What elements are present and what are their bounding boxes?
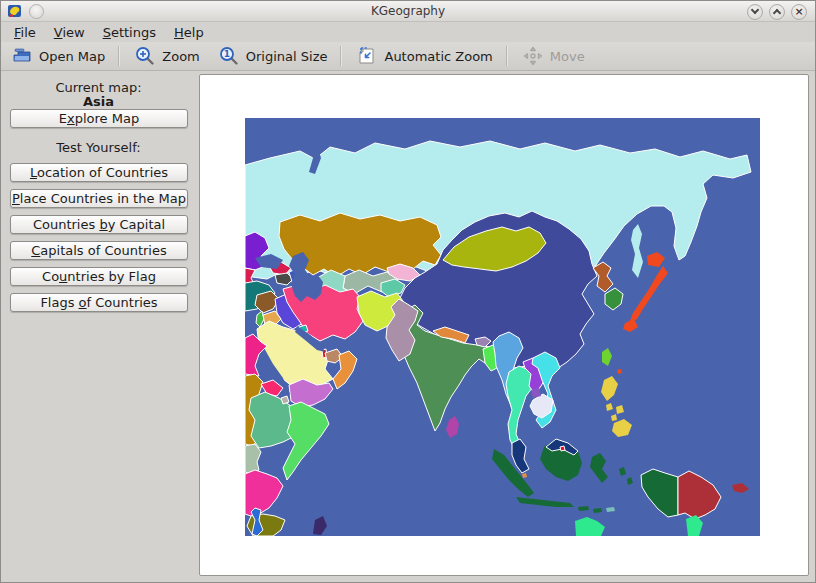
explore-map-button[interactable]: Explore Map bbox=[10, 109, 188, 128]
place-countries-in-map-button[interactable]: Place Countries in the Map bbox=[10, 189, 188, 208]
toolbar-separator bbox=[340, 46, 341, 66]
minimize-icon bbox=[751, 6, 759, 14]
countries-by-flag-button[interactable]: Countries by Flag bbox=[10, 267, 188, 286]
automatic-zoom-button[interactable]: Automatic Zoom bbox=[348, 43, 500, 69]
location-of-countries-button[interactable]: Location of Countries bbox=[10, 163, 188, 182]
current-map-label: Current map: bbox=[0, 80, 197, 95]
menubar: File View Settings Help bbox=[1, 22, 815, 42]
automatic-zoom-label: Automatic Zoom bbox=[384, 49, 492, 64]
original-size-button[interactable]: 1 Original Size bbox=[210, 43, 336, 69]
current-map-value: Asia bbox=[0, 94, 197, 109]
test-yourself-label: Test Yourself: bbox=[0, 140, 197, 155]
menu-file[interactable]: File bbox=[5, 23, 45, 42]
asia-map[interactable] bbox=[245, 118, 760, 536]
brunei-region[interactable] bbox=[560, 446, 565, 451]
menu-settings[interactable]: Settings bbox=[94, 23, 165, 42]
zoom-icon bbox=[134, 45, 156, 67]
countries-by-capital-button[interactable]: Countries by Capital bbox=[10, 215, 188, 234]
minimize-button[interactable] bbox=[747, 4, 763, 20]
move-label: Move bbox=[550, 49, 585, 64]
open-map-label: Open Map bbox=[39, 49, 105, 64]
window-title: KGeography bbox=[1, 4, 815, 18]
automatic-zoom-icon bbox=[356, 45, 378, 67]
titlebar[interactable]: KGeography × bbox=[1, 1, 815, 22]
menu-view[interactable]: View bbox=[45, 23, 94, 42]
djibouti-region[interactable] bbox=[281, 396, 289, 404]
kgeography-window: KGeography × File View Settings Help Ope… bbox=[0, 0, 816, 583]
move-icon bbox=[522, 45, 544, 67]
flags-of-countries-button[interactable]: Flags of Countries bbox=[10, 293, 188, 312]
zoom-button[interactable]: Zoom bbox=[126, 43, 207, 69]
original-size-label: Original Size bbox=[246, 49, 328, 64]
close-button[interactable]: × bbox=[791, 4, 807, 20]
toolbar-separator bbox=[118, 46, 119, 66]
open-map-button[interactable]: Open Map bbox=[3, 43, 113, 69]
zoom-label: Zoom bbox=[162, 49, 199, 64]
map-canvas bbox=[199, 74, 809, 576]
toolbar-separator bbox=[506, 46, 507, 66]
move-button: Move bbox=[514, 43, 593, 69]
capitals-of-countries-button[interactable]: Capitals of Countries bbox=[10, 241, 188, 260]
toolbar: Open Map Zoom 1 Original Size bbox=[1, 42, 815, 71]
menu-help[interactable]: Help bbox=[165, 23, 213, 42]
south-sudan-region[interactable] bbox=[245, 444, 261, 474]
close-icon: × bbox=[792, 5, 806, 19]
open-map-icon bbox=[11, 45, 33, 67]
original-size-icon: 1 bbox=[218, 45, 240, 67]
sidebar: Current map: Asia Explore Map Test Yours… bbox=[0, 70, 197, 583]
svg-text:1: 1 bbox=[224, 49, 230, 59]
maximize-icon bbox=[773, 9, 781, 17]
maximize-button[interactable] bbox=[769, 4, 785, 20]
